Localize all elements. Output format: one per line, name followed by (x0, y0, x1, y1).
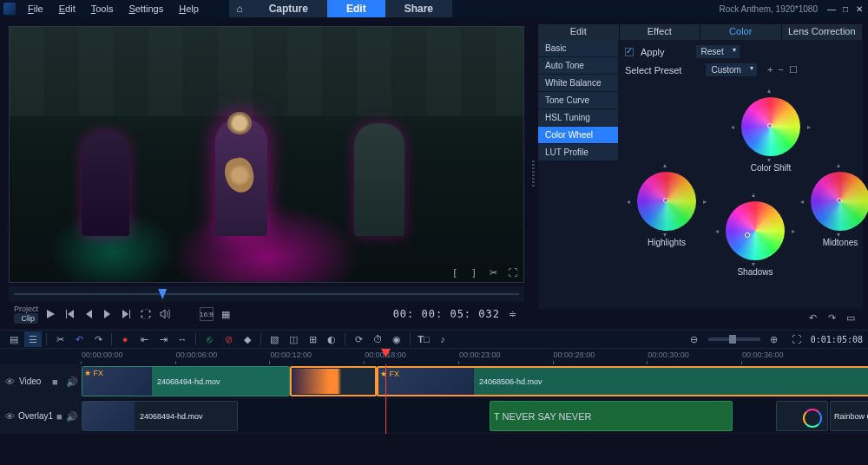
tab-edit[interactable]: Edit (327, 0, 385, 17)
track-camera-icon[interactable]: ■ (56, 411, 62, 422)
redo-button[interactable]: ↷ (89, 331, 107, 347)
overlay-clip-1[interactable]: 24068494-hd.mov (82, 401, 238, 431)
menu-edit[interactable]: Edit (52, 2, 82, 16)
minimize-icon[interactable]: — (826, 4, 837, 13)
main-tabs: ⌂ Capture Edit Share (229, 0, 452, 17)
record-button[interactable]: ● (116, 331, 134, 347)
sublist-lut[interactable]: LUT Profile (538, 144, 618, 160)
fit-timeline-icon[interactable]: ⛶ (788, 331, 806, 347)
tab-capture[interactable]: Capture (250, 0, 327, 17)
video-clip-1[interactable]: ★ FX24068494-hd.mov (82, 366, 290, 396)
sublist-hsl[interactable]: HSL Tuning (538, 109, 618, 126)
timeline-view-icon[interactable]: ☰ (24, 331, 42, 347)
menu-file[interactable]: File (21, 2, 50, 16)
zoom-out-icon[interactable]: ⊖ (686, 331, 703, 347)
slip-icon[interactable]: ↔ (174, 331, 191, 347)
delete-clip-icon[interactable]: ⊘ (220, 331, 237, 347)
mark-out-icon[interactable]: ] (467, 265, 481, 279)
undo-button[interactable]: ↶ (70, 331, 88, 347)
filter-icon[interactable]: ◫ (285, 331, 302, 347)
motion-icon[interactable]: ⟳ (350, 331, 367, 347)
sublist-tonecurve[interactable]: Tone Curve (538, 92, 618, 108)
sublist-autotone[interactable]: Auto Tone (538, 57, 618, 74)
preview-monitor[interactable] (9, 26, 524, 283)
aspect-ratio-button[interactable]: 16:9 (200, 307, 214, 321)
split-clip-icon[interactable]: ⎋ (201, 331, 218, 347)
snapshot-button[interactable]: ▦ (219, 307, 233, 321)
zoom-slider[interactable] (708, 337, 760, 341)
pan-zoom-icon[interactable]: ⊞ (304, 331, 321, 347)
clip-mode-toggle[interactable]: Clip (14, 313, 38, 324)
panel-tab-edit[interactable]: Edit (538, 24, 620, 40)
zoom-in-icon[interactable]: ⊕ (766, 331, 783, 347)
preset-label: Select Preset (625, 65, 681, 75)
track-mute-icon[interactable]: 🔊 (66, 411, 76, 422)
track-overlay-body[interactable]: 24068494-hd.mov T NEVER SAY NEVER Rainbo… (82, 399, 868, 433)
wheel-midtones[interactable]: ▴ ◂▸ Midtones ▾ (804, 165, 868, 247)
trim-left-icon[interactable]: ⇤ (135, 331, 153, 347)
preset-select[interactable]: Custom (706, 63, 756, 76)
menu-help[interactable]: Help (172, 2, 206, 16)
timeline-ruler[interactable]: 00:00:00:00 00:00:06:00 00:00:12:00 00:0… (0, 349, 868, 364)
panel-redo-icon[interactable]: ↷ (825, 311, 838, 324)
panel-tab-effect[interactable]: Effect (620, 24, 701, 40)
storyboard-view-icon[interactable]: ▤ (5, 331, 23, 347)
loop-button[interactable] (139, 307, 153, 321)
track-visibility-icon[interactable]: 👁 (5, 377, 16, 387)
prev-frame-button[interactable] (82, 307, 95, 321)
sublist-basic[interactable]: Basic (538, 40, 618, 56)
track-video: 👁 Video ■ 🔊 ★ FX24068494-hd.mov ★ FX2406… (0, 364, 868, 399)
overlay-clip-title[interactable]: T NEVER SAY NEVER (490, 401, 733, 431)
video-clip-2[interactable] (290, 366, 377, 396)
panel-tab-color[interactable]: Color (700, 24, 782, 40)
transition-icon[interactable]: ▧ (266, 331, 283, 347)
speed-icon[interactable]: ⏱ (369, 331, 386, 347)
maximize-icon[interactable]: □ (840, 4, 851, 13)
play-button[interactable] (43, 307, 57, 321)
fullscreen-icon[interactable]: ⛶ (505, 265, 519, 279)
crop-icon[interactable]: ✂ (486, 265, 500, 279)
trim-right-icon[interactable]: ⇥ (155, 331, 172, 347)
next-frame-button[interactable] (101, 307, 115, 321)
menu-tools[interactable]: Tools (84, 2, 121, 16)
preset-add-icon[interactable]: + (767, 64, 773, 75)
wheel-colorshift[interactable]: ▴ ◂▸ Color Shift ▾ (734, 90, 807, 173)
track-mute-icon[interactable]: 🔊 (66, 377, 76, 387)
track-camera-icon[interactable]: ■ (52, 377, 62, 387)
title-icon[interactable]: T□ (415, 331, 432, 347)
preset-remove-icon[interactable]: − (778, 64, 783, 75)
track-video-body[interactable]: ★ FX24068494-hd.mov ★ FX24068506-hd.mov (82, 364, 868, 398)
reset-button[interactable]: Reset (696, 45, 740, 58)
sublist-whitebalance[interactable]: White Balance (538, 75, 618, 91)
player-mode-label: Project (14, 305, 38, 313)
wheel-shadows[interactable]: ▴ ◂▸ Shadows ▾ (719, 194, 792, 277)
vertical-splitter[interactable] (529, 17, 536, 330)
mark-in-icon[interactable]: [ (448, 265, 462, 279)
audio-icon[interactable]: ♪ (434, 331, 451, 347)
overlay-clip-4[interactable]: Rainbow Circle.m (830, 401, 868, 431)
mask-icon[interactable]: ◐ (323, 331, 340, 347)
apply-checkbox[interactable] (625, 48, 634, 56)
track-visibility-icon[interactable]: 👁 (5, 411, 15, 422)
overlay-clip-3[interactable] (776, 401, 828, 431)
panel-tab-lens[interactable]: Lens Correction (782, 24, 864, 40)
close-icon[interactable]: ✕ (854, 4, 865, 13)
wheel-highlights[interactable]: ▴ ◂▸ Highlights ▾ (630, 165, 703, 247)
goto-end-button[interactable] (120, 307, 134, 321)
tab-home[interactable]: ⌂ (229, 0, 249, 17)
video-clip-3[interactable]: ★ FX24068506-hd.mov (377, 366, 868, 396)
preview-seekbar[interactable]: [ ] ✂ ⛶ (9, 286, 524, 302)
preset-save-icon[interactable]: ☐ (789, 64, 798, 75)
panel-undo-icon[interactable]: ↶ (806, 311, 819, 324)
volume-button[interactable] (158, 307, 172, 321)
sublist-colorwheel[interactable]: Color Wheel (538, 127, 618, 143)
timecode-stepper-icon[interactable]: ≑ (505, 307, 519, 321)
playhead[interactable] (385, 364, 386, 434)
panel-preview-icon[interactable]: ▭ (844, 311, 858, 324)
cut-icon[interactable]: ✂ (51, 331, 69, 347)
chroma-icon[interactable]: ◉ (388, 331, 405, 347)
marker-icon[interactable]: ◆ (239, 331, 256, 347)
tab-share[interactable]: Share (385, 0, 452, 17)
menu-settings[interactable]: Settings (122, 2, 170, 16)
goto-start-button[interactable] (62, 307, 76, 321)
